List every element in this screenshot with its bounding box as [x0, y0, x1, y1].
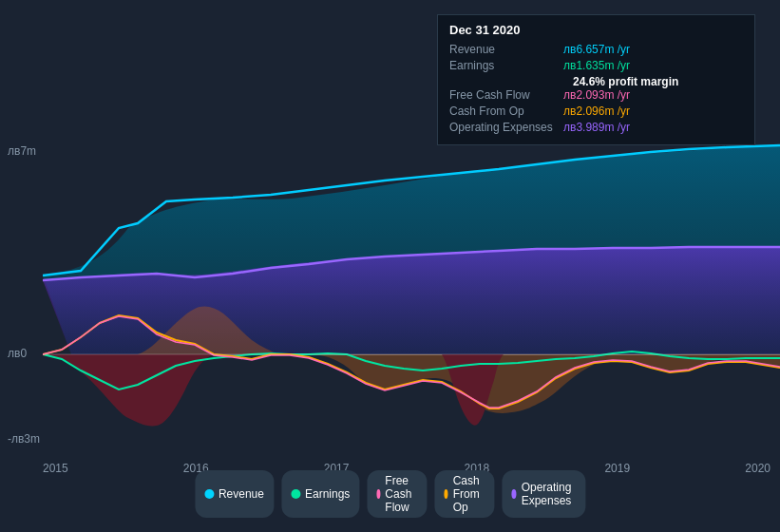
tooltip-fcf-value: лв2.093m /yr	[563, 88, 743, 102]
legend-label-fcf: Free Cash Flow	[385, 474, 417, 514]
x-label-2015: 2015	[43, 462, 68, 475]
tooltip-revenue-value: лв6.657m /yr	[563, 43, 743, 56]
tooltip-revenue-label: Revenue	[449, 43, 563, 56]
tooltip-opex-value: лв3.989m /yr	[563, 121, 743, 134]
tooltip-cashfromop-value: лв2.096m /yr	[563, 104, 743, 118]
tooltip-opex-label: Operating Expenses	[449, 121, 563, 134]
legend-earnings[interactable]: Earnings	[281, 470, 359, 518]
legend: Revenue Earnings Free Cash Flow Cash Fro…	[195, 470, 585, 518]
tooltip-cashfromop-label: Cash From Op	[449, 104, 563, 118]
chart-container: Dec 31 2020 Revenue лв6.657m /yr Earning…	[0, 0, 780, 532]
tooltip-opex-row: Operating Expenses лв3.989m /yr	[449, 121, 743, 134]
legend-label-cashfromop: Cash From Op	[453, 474, 485, 514]
legend-dot-earnings	[291, 489, 300, 499]
legend-dot-revenue	[204, 489, 214, 499]
y-label-7m: лв7m	[8, 144, 36, 158]
y-label-0: лв0	[8, 347, 27, 360]
legend-dot-cashfromop	[444, 489, 447, 499]
legend-label-earnings: Earnings	[305, 487, 350, 501]
tooltip-profit-margin: 24.6% profit margin	[449, 75, 743, 88]
y-label-neg3m: -лв3m	[8, 432, 40, 446]
tooltip-fcf-label: Free Cash Flow	[449, 88, 563, 102]
tooltip-box: Dec 31 2020 Revenue лв6.657m /yr Earning…	[437, 14, 755, 145]
legend-label-opex: Operating Expenses	[522, 481, 576, 507]
tooltip-cashfromop-row: Cash From Op лв2.096m /yr	[449, 104, 743, 118]
legend-dot-opex	[511, 489, 516, 499]
legend-label-revenue: Revenue	[219, 487, 264, 501]
tooltip-earnings-row: Earnings лв1.635m /yr	[449, 59, 743, 72]
legend-cashfromop[interactable]: Cash From Op	[434, 470, 494, 518]
tooltip-fcf-row: Free Cash Flow лв2.093m /yr	[449, 88, 743, 102]
legend-dot-fcf	[376, 489, 380, 499]
legend-revenue[interactable]: Revenue	[195, 470, 274, 518]
tooltip-earnings-value: лв1.635m /yr	[563, 59, 743, 72]
tooltip-earnings-label: Earnings	[449, 59, 563, 72]
chart-svg	[43, 133, 780, 446]
x-label-2019: 2019	[604, 462, 630, 475]
legend-opex[interactable]: Operating Expenses	[502, 470, 585, 518]
tooltip-revenue-row: Revenue лв6.657m /yr	[449, 43, 743, 56]
tooltip-date: Dec 31 2020	[449, 23, 743, 37]
x-label-2020: 2020	[745, 462, 770, 475]
legend-fcf[interactable]: Free Cash Flow	[367, 470, 427, 518]
